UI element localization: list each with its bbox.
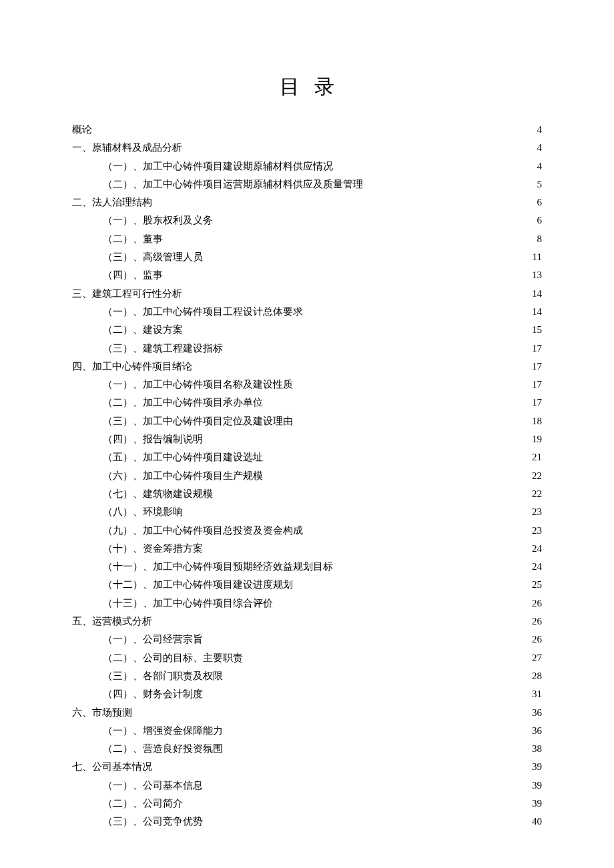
toc-entry-page: 5 <box>537 175 543 193</box>
toc-entry-page: 22 <box>532 467 542 485</box>
toc-entry: （一）、公司经营宗旨26 <box>72 630 542 648</box>
toc-entry-page: 22 <box>532 485 542 503</box>
toc-entry-page: 27 <box>532 649 542 667</box>
toc-entry-label: 七、公司基本情况 <box>72 758 152 776</box>
toc-entry-label: （十二）、加工中心铸件项目建设进度规划 <box>103 576 293 594</box>
toc-entry: （一）、加工中心铸件项目建设期原辅材料供应情况4 <box>72 157 542 175</box>
toc-entry-label: （二）、董事 <box>103 230 163 248</box>
toc-entry-page: 6 <box>537 211 543 230</box>
toc-entry-label: 概论 <box>72 121 92 139</box>
toc-entry-label: 六、市场预测 <box>72 704 132 722</box>
toc-entry-label: （四）、监事 <box>103 266 163 284</box>
toc-entry-page: 4 <box>537 157 543 175</box>
toc-entry: （三）、加工中心铸件项目定位及建设理由18 <box>72 412 542 430</box>
toc-entry: （十）、资金筹措方案24 <box>72 540 542 558</box>
toc-entry-label: （十一）、加工中心铸件项目预期经济效益规划目标 <box>103 558 333 576</box>
toc-entry: （三）、高级管理人员11 <box>72 248 542 266</box>
toc-entry-page: 15 <box>532 321 542 339</box>
toc-entry: （二）、营造良好投资氛围38 <box>72 740 542 758</box>
toc-entry: （五）、加工中心铸件项目建设选址21 <box>72 448 542 466</box>
toc-entry-page: 4 <box>537 121 543 139</box>
toc-entry: 二、法人治理结构6 <box>72 193 542 211</box>
toc-entry-page: 14 <box>532 303 542 321</box>
toc-entry-page: 31 <box>532 685 542 703</box>
toc-list: 概论4一、原辅材料及成品分析4（一）、加工中心铸件项目建设期原辅材料供应情况4（… <box>72 121 542 831</box>
toc-entry-page: 17 <box>532 358 542 376</box>
toc-entry: （七）、建筑物建设规模22 <box>72 485 542 503</box>
toc-entry-page: 38 <box>532 740 542 758</box>
toc-entry-label: 一、原辅材料及成品分析 <box>72 139 182 157</box>
toc-entry: （二）、公司简介39 <box>72 795 542 813</box>
toc-entry-page: 39 <box>532 795 542 813</box>
toc-entry: （十三）、加工中心铸件项目综合评价26 <box>72 594 542 612</box>
toc-entry: 六、市场预测36 <box>72 704 542 722</box>
toc-entry: （四）、监事13 <box>72 266 542 284</box>
toc-entry: （四）、财务会计制度31 <box>72 685 542 703</box>
toc-entry-label: 二、法人治理结构 <box>72 193 152 211</box>
toc-entry: （十二）、加工中心铸件项目建设进度规划25 <box>72 576 542 594</box>
toc-entry-page: 17 <box>532 340 542 358</box>
toc-entry-page: 26 <box>532 612 542 630</box>
toc-entry-label: 五、运营模式分析 <box>72 612 152 630</box>
toc-entry-label: 三、建筑工程可行性分析 <box>72 285 182 303</box>
toc-entry-label: （三）、建筑工程建设指标 <box>103 340 223 358</box>
toc-entry-page: 13 <box>532 266 542 284</box>
toc-entry-label: （六）、加工中心铸件项目生产规模 <box>103 467 263 485</box>
toc-entry: （二）、公司的目标、主要职责27 <box>72 649 542 667</box>
toc-entry-page: 28 <box>532 667 542 685</box>
toc-entry: （三）、各部门职责及权限28 <box>72 667 542 685</box>
toc-entry: （六）、加工中心铸件项目生产规模22 <box>72 467 542 485</box>
toc-entry: （一）、公司基本信息39 <box>72 777 542 795</box>
toc-entry-label: （五）、加工中心铸件项目建设选址 <box>103 448 263 466</box>
toc-entry: （二）、加工中心铸件项目运营期原辅材料供应及质量管理5 <box>72 175 542 193</box>
toc-entry: （一）、增强资金保障能力36 <box>72 722 542 740</box>
toc-entry-page: 19 <box>532 430 542 448</box>
toc-entry-page: 6 <box>537 193 543 211</box>
toc-entry: （二）、董事8 <box>72 230 542 248</box>
toc-title: 目录 <box>72 73 542 101</box>
toc-entry-label: 四、加工中心铸件项目绪论 <box>72 358 192 376</box>
toc-entry-page: 39 <box>532 777 542 795</box>
toc-entry: （一）、加工中心铸件项目名称及建设性质17 <box>72 376 542 394</box>
toc-entry-label: （三）、各部门职责及权限 <box>103 667 223 685</box>
toc-entry-page: 36 <box>532 722 542 740</box>
toc-entry: （二）、建设方案15 <box>72 321 542 339</box>
toc-entry: （一）、加工中心铸件项目工程设计总体要求14 <box>72 303 542 321</box>
toc-entry-label: （二）、建设方案 <box>103 321 183 339</box>
toc-entry-page: 36 <box>532 704 542 722</box>
toc-entry-label: （四）、报告编制说明 <box>103 430 203 448</box>
toc-entry-page: 18 <box>532 412 542 430</box>
toc-entry-page: 23 <box>532 522 542 540</box>
toc-entry: 概论4 <box>72 121 542 139</box>
toc-entry-page: 25 <box>532 576 542 594</box>
toc-entry: 四、加工中心铸件项目绪论17 <box>72 358 542 376</box>
toc-entry-label: （四）、财务会计制度 <box>103 685 203 703</box>
toc-entry: （八）、环境影响23 <box>72 503 542 521</box>
toc-entry-label: （二）、加工中心铸件项目运营期原辅材料供应及质量管理 <box>103 175 363 193</box>
toc-entry-page: 14 <box>532 285 542 303</box>
toc-entry-label: （十）、资金筹措方案 <box>103 540 203 558</box>
document-page: 目录 概论4一、原辅材料及成品分析4（一）、加工中心铸件项目建设期原辅材料供应情… <box>0 0 614 868</box>
toc-entry-label: （二）、营造良好投资氛围 <box>103 740 223 758</box>
toc-entry-page: 21 <box>532 448 542 466</box>
toc-entry-label: （三）、高级管理人员 <box>103 248 203 266</box>
toc-entry: （九）、加工中心铸件项目总投资及资金构成23 <box>72 522 542 540</box>
toc-entry-label: （一）、公司基本信息 <box>103 777 203 795</box>
toc-entry-page: 17 <box>532 376 542 394</box>
toc-entry-page: 17 <box>532 394 542 412</box>
toc-entry-page: 8 <box>537 230 543 248</box>
toc-entry-label: （三）、加工中心铸件项目定位及建设理由 <box>103 412 293 430</box>
toc-entry: （一）、股东权利及义务6 <box>72 211 542 230</box>
toc-entry-label: （三）、公司竞争优势 <box>103 813 203 831</box>
toc-entry-label: （一）、加工中心铸件项目建设期原辅材料供应情况 <box>103 157 333 175</box>
toc-entry: （二）、加工中心铸件项目承办单位17 <box>72 394 542 412</box>
toc-entry-label: （八）、环境影响 <box>103 503 183 521</box>
toc-entry-page: 26 <box>532 594 542 612</box>
toc-entry-label: （十三）、加工中心铸件项目综合评价 <box>103 594 273 612</box>
toc-entry-label: （一）、加工中心铸件项目名称及建设性质 <box>103 376 293 394</box>
toc-entry-label: （二）、加工中心铸件项目承办单位 <box>103 394 263 412</box>
toc-entry-label: （一）、公司经营宗旨 <box>103 630 203 648</box>
toc-entry-label: （一）、股东权利及义务 <box>103 211 213 230</box>
toc-entry: 三、建筑工程可行性分析14 <box>72 285 542 303</box>
toc-entry-page: 26 <box>532 630 542 648</box>
